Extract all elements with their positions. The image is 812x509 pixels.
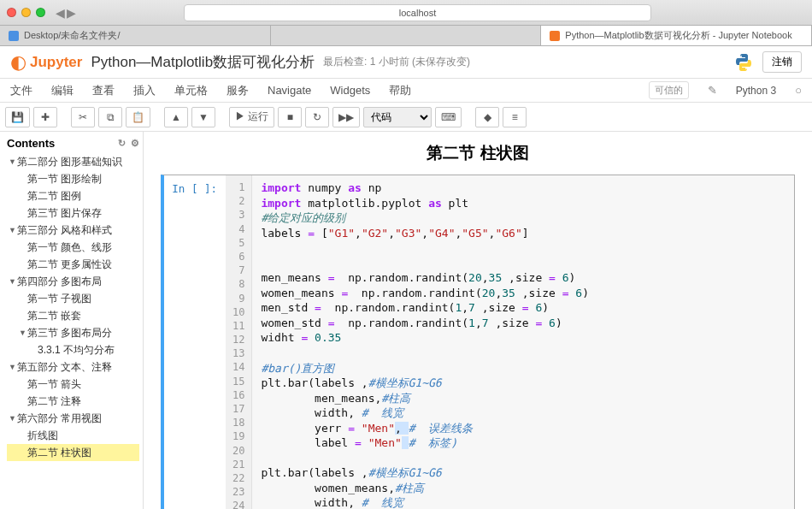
close-window[interactable] bbox=[7, 8, 16, 17]
logout-button[interactable]: 注销 bbox=[762, 51, 802, 73]
forward-button[interactable]: ▶ bbox=[67, 6, 76, 20]
paste-button[interactable]: 📋 bbox=[126, 107, 150, 127]
input-prompt: In [ ]: bbox=[164, 175, 226, 509]
restart-run-button[interactable]: ▶▶ bbox=[332, 107, 360, 127]
menu-edit[interactable]: 编辑 bbox=[51, 83, 74, 98]
browser-tab-0[interactable]: Desktop/未命名文件夹/ bbox=[0, 26, 271, 45]
address-bar[interactable]: localhost bbox=[184, 4, 651, 21]
run-button[interactable]: ▶ 运行 bbox=[229, 107, 274, 127]
python-icon bbox=[733, 52, 754, 73]
menu-widgets[interactable]: Widgets bbox=[330, 84, 370, 97]
back-button[interactable]: ◀ bbox=[56, 6, 65, 20]
command-palette-button[interactable]: ⌨ bbox=[435, 107, 462, 127]
toc-item-6[interactable]: 第二节 更多属性设 bbox=[7, 256, 139, 273]
save-button[interactable]: 💾 bbox=[5, 107, 30, 127]
folder-icon bbox=[9, 31, 19, 41]
toc-item-10[interactable]: ▼第三节 多图布局分 bbox=[7, 324, 139, 341]
code-cell[interactable]: In [ ]: 12345678910111213141516171819202… bbox=[161, 175, 795, 509]
menu-view[interactable]: 查看 bbox=[92, 83, 115, 98]
stop-button[interactable]: ■ bbox=[278, 107, 302, 127]
toc-settings-icon[interactable]: ⚙ bbox=[131, 138, 139, 149]
tab-label: Python—Matplotlib数据可视化分析 - Jupyter Noteb… bbox=[565, 29, 791, 42]
minimize-window[interactable] bbox=[21, 8, 31, 17]
toc-item-9[interactable]: 第二节 嵌套 bbox=[7, 307, 139, 324]
browser-tab-2[interactable]: Python—Matplotlib数据可视化分析 - Jupyter Noteb… bbox=[541, 26, 812, 45]
tab-label: Desktop/未命名文件夹/ bbox=[24, 29, 120, 42]
kernel-status-icon: ○ bbox=[795, 84, 802, 97]
toc-item-17[interactable]: 第二节 柱状图 bbox=[7, 444, 139, 461]
toc-header: Contents ↻⚙ bbox=[7, 137, 139, 150]
trusted-indicator[interactable]: 可信的 bbox=[649, 81, 689, 99]
menu-navigate[interactable]: Navigate bbox=[268, 84, 311, 97]
jupyter-icon bbox=[550, 31, 560, 41]
toc-item-13[interactable]: 第一节 箭头 bbox=[7, 376, 139, 393]
notebook-title[interactable]: Python—Matplotlib数据可视化分析 bbox=[91, 52, 315, 72]
browser-tab-1[interactable] bbox=[271, 26, 542, 45]
menu-file[interactable]: 文件 bbox=[10, 83, 32, 98]
traffic-lights bbox=[7, 8, 45, 17]
toc-item-8[interactable]: 第一节 子视图 bbox=[7, 290, 139, 307]
toc-item-5[interactable]: 第一节 颜色、线形 bbox=[7, 239, 139, 256]
menu-help[interactable]: 帮助 bbox=[389, 83, 411, 98]
toc-title: Contents bbox=[7, 137, 55, 150]
checkpoint-status: 最后检查: 1 小时前 (未保存改变) bbox=[323, 55, 470, 69]
notebook-area[interactable]: 第二节 柱状图 In [ ]: 123456789101112131415161… bbox=[144, 132, 812, 509]
toc-item-14[interactable]: 第二节 注释 bbox=[7, 393, 139, 410]
edit-icon[interactable]: ✎ bbox=[708, 84, 717, 97]
menu-insert[interactable]: 插入 bbox=[133, 83, 156, 98]
toc-item-0[interactable]: ▼第二部分 图形基础知识 bbox=[7, 153, 139, 170]
markdown-heading[interactable]: 第二节 柱状图 bbox=[161, 139, 795, 175]
menubar: 文件 编辑 查看 插入 单元格 服务 Navigate Widgets 帮助 可… bbox=[0, 79, 812, 103]
toc-item-16[interactable]: 折线图 bbox=[7, 427, 139, 444]
jupyter-logo[interactable]: ◐Jupyter bbox=[10, 51, 82, 74]
notebook-header: ◐Jupyter Python—Matplotlib数据可视化分析 最后检查: … bbox=[0, 46, 812, 79]
copy-button[interactable]: ⧉ bbox=[98, 107, 122, 127]
cut-button[interactable]: ✂ bbox=[71, 107, 95, 127]
toc-item-3[interactable]: 第三节 图片保存 bbox=[7, 204, 139, 222]
add-cell-button[interactable]: ✚ bbox=[33, 107, 57, 127]
restart-button[interactable]: ↻ bbox=[305, 107, 329, 127]
toc-item-7[interactable]: ▼第四部分 多图布局 bbox=[7, 273, 139, 290]
toc-item-2[interactable]: 第二节 图例 bbox=[7, 187, 139, 204]
toc-item-4[interactable]: ▼第三部分 风格和样式 bbox=[7, 222, 139, 239]
nav-arrows: ◀ ▶ bbox=[56, 6, 76, 20]
code-editor[interactable]: import numpy as np import matplotlib.pyp… bbox=[252, 175, 597, 509]
toc-button[interactable]: ◆ bbox=[475, 107, 499, 127]
toc-item-15[interactable]: ▼第六部分 常用视图 bbox=[7, 410, 139, 427]
toc-item-11[interactable]: 3.3.1 不均匀分布 bbox=[7, 341, 139, 358]
line-gutter: 1234567891011121314151617181920212223242… bbox=[226, 175, 252, 509]
maximize-window[interactable] bbox=[36, 8, 45, 17]
toolbar: 💾 ✚ ✂ ⧉ 📋 ▲ ▼ ▶ 运行 ■ ↻ ▶▶ 代码 ⌨ ◆ ≡ bbox=[0, 103, 812, 132]
menu-cell[interactable]: 单元格 bbox=[174, 83, 208, 98]
kernel-name[interactable]: Python 3 bbox=[736, 85, 776, 97]
toc-sidebar: Contents ↻⚙ ▼第二部分 图形基础知识第一节 图形绘制第二节 图例第三… bbox=[0, 132, 144, 509]
browser-chrome: ◀ ▶ localhost bbox=[0, 0, 812, 26]
celltype-select[interactable]: 代码 bbox=[363, 107, 432, 127]
move-up-button[interactable]: ▲ bbox=[164, 107, 188, 127]
toc-item-1[interactable]: 第一节 图形绘制 bbox=[7, 170, 139, 187]
menu-kernel[interactable]: 服务 bbox=[227, 83, 249, 98]
toc-item-12[interactable]: ▼第五部分 文本、注释 bbox=[7, 358, 139, 376]
toggle-toc-button[interactable]: ≡ bbox=[503, 107, 527, 127]
browser-tabs: Desktop/未命名文件夹/ Python—Matplotlib数据可视化分析… bbox=[0, 26, 812, 46]
move-down-button[interactable]: ▼ bbox=[191, 107, 215, 127]
toc-refresh-icon[interactable]: ↻ bbox=[118, 138, 126, 149]
